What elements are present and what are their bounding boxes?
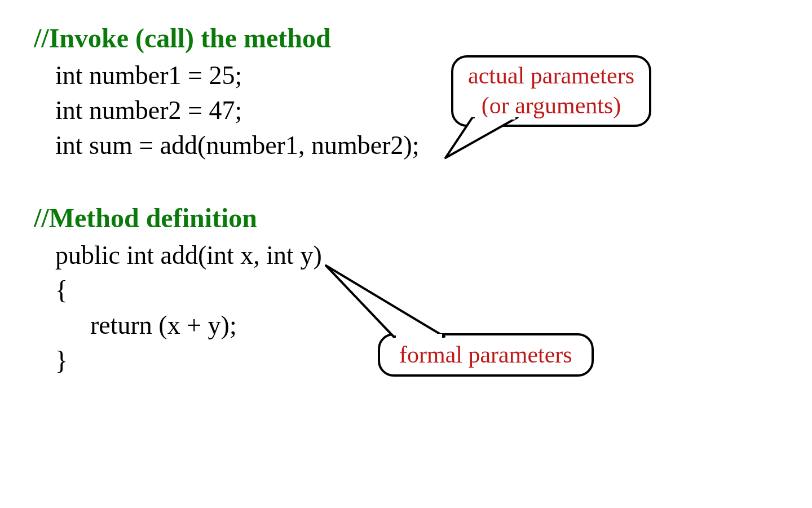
callout-actual-line1: actual parameters [468, 61, 634, 91]
method-section: //Method definition public int add(int x… [34, 202, 778, 378]
method-line-2: { [55, 273, 778, 308]
callout-actual-line2: (or arguments) [468, 91, 634, 121]
code-line-1: int number1 = 25; [55, 58, 778, 93]
code-line-3: int sum = add(number1, number2); [55, 128, 778, 163]
method-comment: //Method definition [34, 202, 778, 233]
method-line-1: public int add(int x, int y) [55, 238, 778, 273]
callout-formal-text: formal parameters [399, 342, 572, 368]
code-line-2: int number2 = 47; [55, 93, 778, 128]
callout-formal-parameters: formal parameters [378, 333, 594, 377]
callout-actual-parameters: actual parameters (or arguments) [451, 55, 651, 127]
invoke-section: //Invoke (call) the method int number1 =… [34, 23, 778, 163]
invoke-comment: //Invoke (call) the method [34, 23, 778, 54]
